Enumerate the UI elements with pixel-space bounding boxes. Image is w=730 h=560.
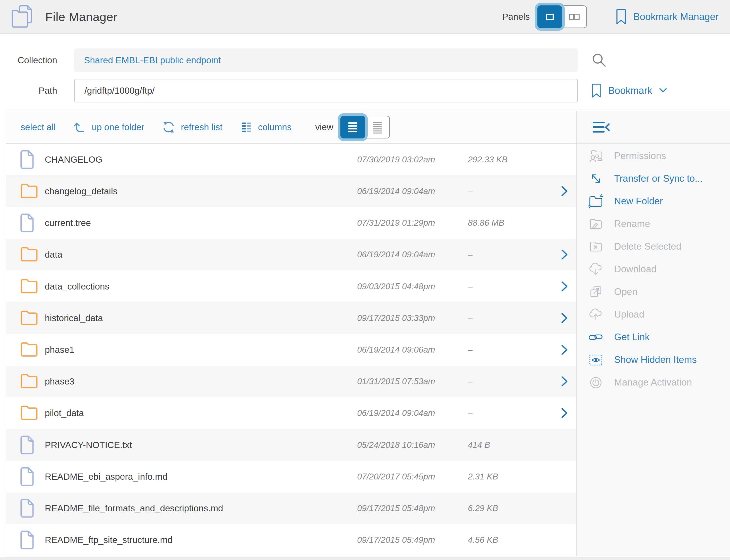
- file-row[interactable]: README_file_formats_and_descriptions.md0…: [6, 493, 576, 524]
- columns-button[interactable]: columns: [239, 120, 291, 134]
- transfer-icon: [587, 170, 604, 187]
- bookmark-label: Bookmark: [608, 85, 652, 96]
- refresh-list-button[interactable]: refresh list: [161, 120, 222, 134]
- file-name[interactable]: PRIVACY-NOTICE.txt: [45, 440, 357, 450]
- panels-group: Panels: [502, 5, 587, 28]
- compact-view-icon: [369, 119, 386, 135]
- bookmark-dropdown[interactable]: Bookmark: [591, 83, 667, 98]
- file-row[interactable]: README_ebi_aspera_info.md07/20/2017 05:4…: [6, 461, 576, 492]
- path-input[interactable]: /gridftp/1000g/ftp/: [74, 79, 578, 102]
- sidebar-item-manage-activation[interactable]: Manage Activation: [577, 371, 730, 394]
- file-icon: [6, 150, 45, 169]
- sidebar-item-upload[interactable]: Upload: [577, 303, 730, 326]
- dual-panel-button[interactable]: [562, 5, 587, 28]
- sidebar-item-rename[interactable]: Rename: [577, 213, 730, 235]
- file-size: 2.31 KB: [468, 472, 553, 482]
- file-browser-panel: select all up one folder: [6, 111, 730, 556]
- sidebar-item-label: Upload: [614, 309, 644, 320]
- select-all-button[interactable]: select all: [21, 122, 56, 132]
- file-modified: 06/19/2014 09:04am: [357, 186, 468, 196]
- file-name[interactable]: README_ebi_aspera_info.md: [45, 471, 357, 482]
- file-name[interactable]: phase3: [45, 376, 357, 387]
- open-folder-chevron-icon[interactable]: [553, 375, 576, 388]
- file-name[interactable]: historical_data: [45, 313, 357, 323]
- file-modified: 09/17/2015 03:33pm: [357, 313, 468, 323]
- sidebar-item-download[interactable]: Download: [577, 258, 730, 281]
- file-icon: [6, 435, 45, 454]
- file-row[interactable]: historical_data09/17/2015 03:33pm–: [6, 302, 576, 334]
- sidebar-item-label: Permissions: [614, 151, 666, 161]
- file-name[interactable]: current.tree: [45, 218, 357, 228]
- file-row[interactable]: PRIVACY-NOTICE.txt05/24/2018 10:16am414 …: [6, 429, 576, 461]
- sidebar-item-label: Get Link: [614, 332, 650, 343]
- folder-icon: [6, 341, 45, 359]
- sidebar-item-get-link[interactable]: Get Link: [577, 326, 730, 348]
- folder-icon: [6, 404, 45, 422]
- open-folder-chevron-icon[interactable]: [553, 344, 576, 356]
- sidebar-item-delete[interactable]: Delete Selected: [577, 235, 730, 258]
- file-row[interactable]: CHANGELOG07/30/2019 03:02am292.33 KB: [6, 144, 576, 175]
- file-name[interactable]: README_ftp_site_structure.md: [45, 535, 357, 545]
- file-list: CHANGELOG07/30/2019 03:02am292.33 KBchan…: [6, 144, 576, 556]
- select-all-label: select all: [21, 122, 56, 132]
- open-folder-chevron-icon[interactable]: [553, 312, 576, 324]
- collapse-sidebar-icon[interactable]: [593, 121, 611, 134]
- file-name[interactable]: data: [45, 249, 357, 260]
- sidebar-item-transfer[interactable]: Transfer or Sync to...: [577, 167, 730, 190]
- sidebar-item-show-hidden[interactable]: Show Hidden Items: [577, 348, 730, 371]
- file-size: –: [468, 345, 553, 355]
- file-modified: 07/31/2019 01:29pm: [357, 218, 468, 228]
- file-row[interactable]: pilot_data06/19/2014 09:04am–: [6, 397, 576, 429]
- file-name[interactable]: data_collections: [45, 281, 357, 292]
- file-row[interactable]: changelog_details06/19/2014 09:04am–: [6, 175, 576, 207]
- file-name[interactable]: phase1: [45, 345, 357, 355]
- file-row[interactable]: phase301/31/2015 07:53am–: [6, 366, 576, 397]
- file-name[interactable]: pilot_data: [45, 408, 357, 418]
- single-panel-button[interactable]: [537, 5, 562, 28]
- folder-icon: [6, 246, 45, 264]
- path-value: /gridftp/1000g/ftp/: [84, 85, 154, 96]
- actions-sidebar: PermissionsTransfer or Sync to...New Fol…: [576, 111, 730, 556]
- file-modified: 09/17/2015 05:48pm: [357, 503, 468, 513]
- file-icon: [6, 213, 45, 232]
- compact-view-button[interactable]: [365, 116, 390, 138]
- open-folder-chevron-icon[interactable]: [553, 185, 576, 197]
- search-icon[interactable]: [591, 52, 607, 68]
- file-name[interactable]: CHANGELOG: [45, 154, 357, 165]
- refresh-icon: [161, 120, 176, 134]
- file-name[interactable]: changelog_details: [45, 186, 357, 196]
- bookmark-manager-button[interactable]: Bookmark Manager: [615, 9, 719, 25]
- chevron-down-icon: [659, 88, 667, 93]
- file-row[interactable]: current.tree07/31/2019 01:29pm88.86 MB: [6, 207, 576, 239]
- up-one-folder-button[interactable]: up one folder: [73, 120, 144, 134]
- file-modified: 06/19/2014 09:04am: [357, 408, 468, 418]
- file-modified: 09/03/2015 04:48pm: [357, 282, 468, 291]
- delete-icon: [587, 238, 604, 255]
- new-folder-icon: [587, 193, 604, 210]
- file-name[interactable]: README_file_formats_and_descriptions.md: [45, 503, 357, 513]
- sidebar-item-new-folder[interactable]: New Folder: [577, 190, 730, 213]
- open-folder-chevron-icon[interactable]: [553, 407, 576, 419]
- file-row[interactable]: data_collections09/03/2015 04:48pm–: [6, 270, 576, 302]
- sidebar-header: [577, 111, 730, 144]
- up-one-folder-icon: [73, 120, 86, 134]
- sidebar-menu: PermissionsTransfer or Sync to...New Fol…: [577, 144, 730, 394]
- list-view-button[interactable]: [340, 116, 365, 138]
- folder-icon: [6, 182, 45, 200]
- sidebar-item-permissions[interactable]: Permissions: [577, 145, 730, 167]
- file-icon: [6, 499, 45, 518]
- columns-icon: [239, 120, 253, 134]
- sidebar-item-open[interactable]: Open: [577, 281, 730, 303]
- file-size: 6.29 KB: [468, 503, 553, 513]
- open-folder-chevron-icon[interactable]: [553, 280, 576, 293]
- open-folder-chevron-icon[interactable]: [553, 248, 576, 261]
- file-row[interactable]: phase106/19/2014 09:06am–: [6, 334, 576, 365]
- file-row[interactable]: data06/19/2014 09:04am–: [6, 239, 576, 270]
- file-row[interactable]: README_ftp_site_structure.md09/17/2015 0…: [6, 524, 576, 556]
- view-group: view: [315, 116, 390, 138]
- location-section: Collection Shared EMBL-EBI public endpoi…: [0, 34, 730, 102]
- file-modified: 09/17/2015 05:49pm: [357, 535, 468, 545]
- sidebar-item-label: Download: [614, 264, 657, 275]
- collection-label: Collection: [0, 55, 57, 65]
- collection-field[interactable]: Shared EMBL-EBI public endpoint: [74, 48, 578, 72]
